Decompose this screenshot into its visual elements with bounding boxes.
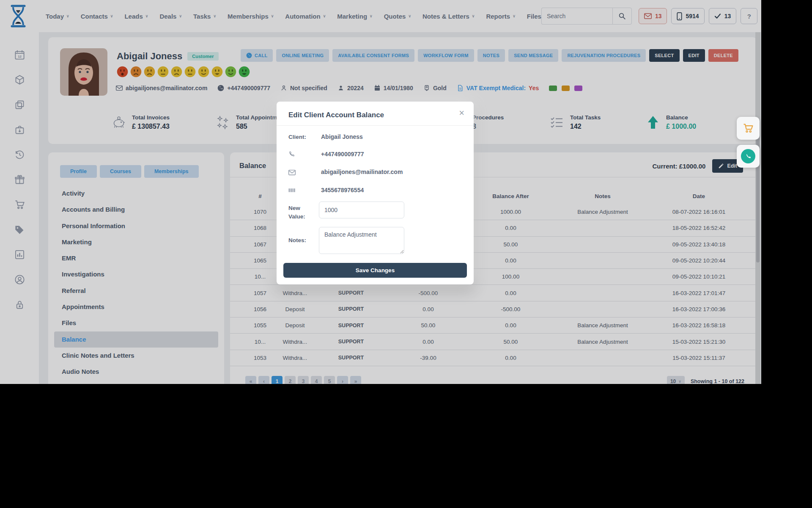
notes-label: Notes: [288,237,306,243]
modal-phone-value: +447490009777 [321,151,364,157]
modal-client-value: Abigail Joness [321,133,363,140]
edit-balance-modal: Edit Client Account Balance × Client: Ab… [277,102,474,284]
whatsapp-button[interactable] [737,145,760,168]
notes-textarea[interactable]: Balance Adjustment [319,227,404,254]
pos-cart-button[interactable] [737,117,760,140]
new-value-label: New Value: [288,204,314,221]
whatsapp-icon [741,149,755,163]
modal-card-number: 3455678976554 [321,187,364,193]
envelope-icon [288,169,296,176]
phone-icon [288,151,296,158]
app-window: Today∨Contacts∨Leads∨Deals∨Tasks∨Members… [0,0,761,384]
modal-client-label: Client: [288,134,306,140]
close-icon[interactable]: × [459,108,464,119]
modal-email-value: abigailjones@mailinator.com [321,168,403,175]
barcode-icon [288,187,296,194]
new-value-input[interactable] [319,202,404,218]
save-changes-button[interactable]: Save Changes [283,263,467,278]
cart-icon [742,122,754,134]
modal-title: Edit Client Account Balance [288,111,384,119]
